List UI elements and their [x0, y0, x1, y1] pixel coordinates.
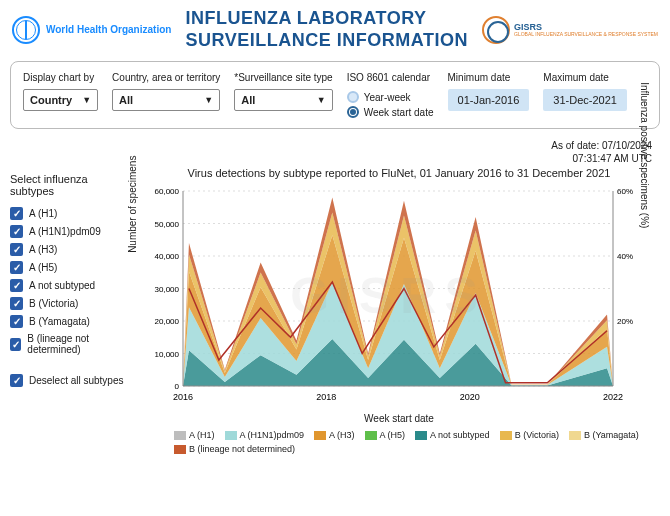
legend-label: A not subtyped — [430, 430, 490, 440]
svg-text:2020: 2020 — [460, 392, 480, 402]
svg-text:30,000: 30,000 — [155, 285, 180, 294]
chevron-down-icon: ▼ — [317, 95, 326, 105]
checkbox-icon: ✓ — [10, 207, 23, 220]
subtype-checkbox[interactable]: ✓A (H1N1)pdm09 — [10, 225, 130, 238]
legend-label: A (H1N1)pdm09 — [240, 430, 305, 440]
as-of-time: 07:31:47 AM UTC — [18, 152, 652, 165]
y-axis-right-label: Influenza positive specimens (%) — [639, 82, 650, 228]
checkbox-icon: ✓ — [10, 297, 23, 310]
svg-text:60%: 60% — [617, 187, 633, 196]
legend-label: B (Yamagata) — [584, 430, 639, 440]
legend-item[interactable]: A (H5) — [365, 430, 406, 440]
legend-item[interactable]: A not subtyped — [415, 430, 490, 440]
as-of-block: As of date: 07/10/2024 07:31:47 AM UTC — [0, 135, 670, 167]
radio-icon — [347, 91, 359, 103]
display-by-select[interactable]: Country ▼ — [23, 89, 98, 111]
ctrl-site: *Surveillance site type All ▼ — [234, 72, 332, 111]
radio-year-week[interactable]: Year-week — [347, 91, 434, 103]
legend-item[interactable]: A (H3) — [314, 430, 355, 440]
subtype-panel: Select influenza subtypes ✓A (H1)✓A (H1N… — [10, 167, 130, 458]
subtype-label: A (H1N1)pdm09 — [29, 226, 101, 237]
legend-label: B (lineage not determined) — [189, 444, 295, 454]
body-row: Select influenza subtypes ✓A (H1)✓A (H1N… — [0, 167, 670, 464]
subtype-checkbox[interactable]: ✓A (H1) — [10, 207, 130, 220]
site-label: *Surveillance site type — [234, 72, 332, 83]
svg-text:20,000: 20,000 — [155, 317, 180, 326]
min-date-label: Minimum date — [448, 72, 530, 83]
subtype-checkbox[interactable]: ✓A not subtyped — [10, 279, 130, 292]
svg-text:50,000: 50,000 — [155, 220, 180, 229]
legend-item[interactable]: B (Yamagata) — [569, 430, 639, 440]
svg-text:40,000: 40,000 — [155, 252, 180, 261]
title-line-2: SURVEILLANCE INFORMATION — [186, 30, 468, 52]
country-select[interactable]: All ▼ — [112, 89, 220, 111]
legend-swatch-icon — [174, 431, 186, 440]
max-date-input[interactable]: 31-Dec-2021 — [543, 89, 627, 111]
gisrs-icon — [482, 16, 510, 44]
svg-text:0: 0 — [175, 382, 180, 391]
as-of-date: As of date: 07/10/2024 — [18, 139, 652, 152]
subtype-checkbox[interactable]: ✓B (Victoria) — [10, 297, 130, 310]
svg-text:2022: 2022 — [603, 392, 623, 402]
radio-label-1: Year-week — [364, 92, 411, 103]
svg-text:60,000: 60,000 — [155, 187, 180, 196]
ctrl-max-date: Maximum date 31-Dec-2021 — [543, 72, 627, 111]
legend-item[interactable]: B (lineage not determined) — [174, 444, 295, 454]
legend-label: A (H3) — [329, 430, 355, 440]
header: World Health Organization INFLUENZA LABO… — [0, 0, 670, 55]
site-select[interactable]: All ▼ — [234, 89, 332, 111]
svg-text:2018: 2018 — [316, 392, 336, 402]
svg-text:2016: 2016 — [173, 392, 193, 402]
ctrl-country: Country, area or territory All ▼ — [112, 72, 220, 111]
radio-label-2: Week start date — [364, 107, 434, 118]
radio-week-start[interactable]: Week start date — [347, 106, 434, 118]
legend-swatch-icon — [415, 431, 427, 440]
y-axis-left-label: Number of specimens — [127, 156, 138, 253]
legend-item[interactable]: B (Victoria) — [500, 430, 559, 440]
chart-area: Virus detections by subtype reported to … — [138, 167, 660, 458]
who-text: World Health Organization — [46, 24, 171, 35]
subtype-label: A (H1) — [29, 208, 57, 219]
subtype-label: A not subtyped — [29, 280, 95, 291]
legend-label: B (Victoria) — [515, 430, 559, 440]
x-axis-label: Week start date — [138, 413, 660, 424]
legend-swatch-icon — [225, 431, 237, 440]
ctrl-display-by: Display chart by Country ▼ — [23, 72, 98, 111]
country-label: Country, area or territory — [112, 72, 220, 83]
title-line-1: INFLUENZA LABORATORY — [186, 8, 468, 30]
legend-swatch-icon — [174, 445, 186, 454]
country-value: All — [119, 94, 133, 106]
site-value: All — [241, 94, 255, 106]
legend-item[interactable]: A (H1N1)pdm09 — [225, 430, 305, 440]
legend-swatch-icon — [500, 431, 512, 440]
checkbox-icon: ✓ — [10, 374, 23, 387]
radio-icon — [347, 106, 359, 118]
subtype-checkbox[interactable]: ✓B (lineage not determined) — [10, 333, 130, 355]
subtype-checkbox[interactable]: ✓A (H5) — [10, 261, 130, 274]
checkbox-icon: ✓ — [10, 338, 21, 351]
iso-label: ISO 8601 calendar — [347, 72, 434, 83]
svg-text:40%: 40% — [617, 252, 633, 261]
ctrl-iso: ISO 8601 calendar Year-week Week start d… — [347, 72, 434, 118]
chevron-down-icon: ▼ — [204, 95, 213, 105]
subtype-label: B (Yamagata) — [29, 316, 90, 327]
gisrs-sub: GLOBAL INFLUENZA SURVEILLANCE & RESPONSE… — [514, 32, 658, 37]
deselect-all[interactable]: ✓ Deselect all subtypes — [10, 374, 130, 387]
checkbox-icon: ✓ — [10, 315, 23, 328]
min-date-input[interactable]: 01-Jan-2016 — [448, 89, 530, 111]
svg-text:10,000: 10,000 — [155, 350, 180, 359]
legend-label: A (H5) — [380, 430, 406, 440]
checkbox-icon: ✓ — [10, 243, 23, 256]
subtype-label: B (lineage not determined) — [27, 333, 130, 355]
checkbox-icon: ✓ — [10, 279, 23, 292]
gisrs-logo: GISRS GLOBAL INFLUENZA SURVEILLANCE & RE… — [482, 16, 658, 44]
who-logo: World Health Organization — [12, 16, 171, 44]
chart-title: Virus detections by subtype reported to … — [138, 167, 660, 179]
subtype-checkbox[interactable]: ✓B (Yamagata) — [10, 315, 130, 328]
chart-svg[interactable]: 010,00020,00030,00040,00050,00060,000 20… — [138, 181, 638, 411]
subtype-checkbox[interactable]: ✓A (H3) — [10, 243, 130, 256]
svg-text:20%: 20% — [617, 317, 633, 326]
legend-item[interactable]: A (H1) — [174, 430, 215, 440]
ctrl-min-date: Minimum date 01-Jan-2016 — [448, 72, 530, 111]
deselect-label: Deselect all subtypes — [29, 375, 124, 386]
